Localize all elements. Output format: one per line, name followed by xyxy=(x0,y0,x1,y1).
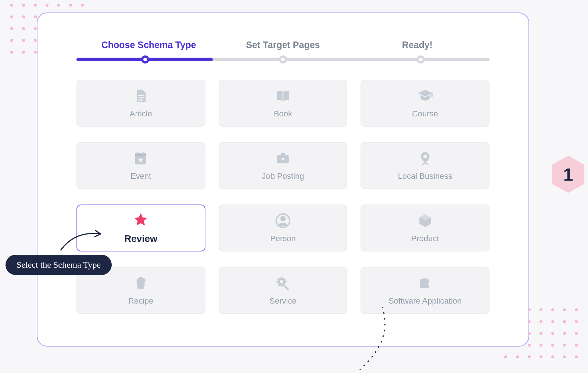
tile-local-business[interactable]: Local Business xyxy=(361,142,490,189)
svg-rect-2 xyxy=(135,153,146,156)
svg-rect-4 xyxy=(143,152,144,155)
step-dot-1[interactable] xyxy=(141,55,149,64)
tile-label: Local Business xyxy=(398,171,452,181)
star-icon xyxy=(133,212,149,228)
tile-label: Product xyxy=(411,234,439,243)
tile-label: Review xyxy=(125,233,158,245)
tile-book[interactable]: Book xyxy=(219,80,348,127)
tile-label: Article xyxy=(130,109,152,119)
tile-label: Person xyxy=(270,234,296,243)
step-label-2[interactable]: Set Target Pages xyxy=(216,40,350,50)
tile-event[interactable]: Event xyxy=(76,142,205,189)
tile-label: Software Application xyxy=(388,296,462,306)
svg-rect-6 xyxy=(282,158,284,160)
book-icon xyxy=(275,88,291,104)
svg-point-7 xyxy=(423,155,427,158)
schema-wizard-panel: Choose Schema Type Set Target Pages Read… xyxy=(37,12,529,347)
svg-point-11 xyxy=(280,280,283,283)
calendar-star-icon xyxy=(133,150,149,166)
step-label-1[interactable]: Choose Schema Type xyxy=(82,40,216,50)
tile-label: Event xyxy=(130,171,151,181)
svg-point-9 xyxy=(281,217,285,221)
tile-label: Recipe xyxy=(128,296,153,306)
tile-label: Course xyxy=(412,109,438,119)
tile-label: Job Posting xyxy=(262,171,304,181)
tile-job-posting[interactable]: Job Posting xyxy=(219,142,348,189)
box-icon xyxy=(417,213,433,229)
puzzle-icon xyxy=(417,275,433,291)
step-number-badge: 1 xyxy=(551,154,586,195)
step-label-3[interactable]: Ready! xyxy=(350,40,484,50)
document-icon xyxy=(133,88,149,104)
tile-label: Book xyxy=(274,109,292,119)
step-number: 1 xyxy=(563,164,573,185)
gear-wrench-icon xyxy=(275,275,291,291)
annotation-callout: Select the Schema Type xyxy=(6,255,112,275)
user-circle-icon xyxy=(275,213,291,229)
tile-person[interactable]: Person xyxy=(219,204,348,251)
briefcase-icon xyxy=(275,150,291,166)
progress-stepper: Choose Schema Type Set Target Pages Read… xyxy=(76,40,490,61)
chef-hat-icon xyxy=(133,275,149,291)
tile-article[interactable]: Article xyxy=(76,80,205,127)
step-dot-2[interactable] xyxy=(279,55,287,64)
stepper-labels: Choose Schema Type Set Target Pages Read… xyxy=(76,40,490,50)
tile-software-application[interactable]: Software Application xyxy=(361,267,490,314)
tile-course[interactable]: Course xyxy=(361,80,490,127)
tile-review[interactable]: Review xyxy=(76,204,205,251)
schema-tile-grid: Article Book Course Event Job Posting xyxy=(76,80,490,314)
svg-rect-0 xyxy=(283,91,284,101)
tile-service[interactable]: Service xyxy=(219,267,348,314)
step-dot-3[interactable] xyxy=(417,55,425,64)
grad-cap-icon xyxy=(417,88,433,104)
tile-label: Service xyxy=(269,296,296,306)
tile-product[interactable]: Product xyxy=(361,204,490,251)
map-pin-icon xyxy=(417,150,433,166)
stepper-track xyxy=(76,58,490,61)
svg-rect-3 xyxy=(137,152,138,155)
